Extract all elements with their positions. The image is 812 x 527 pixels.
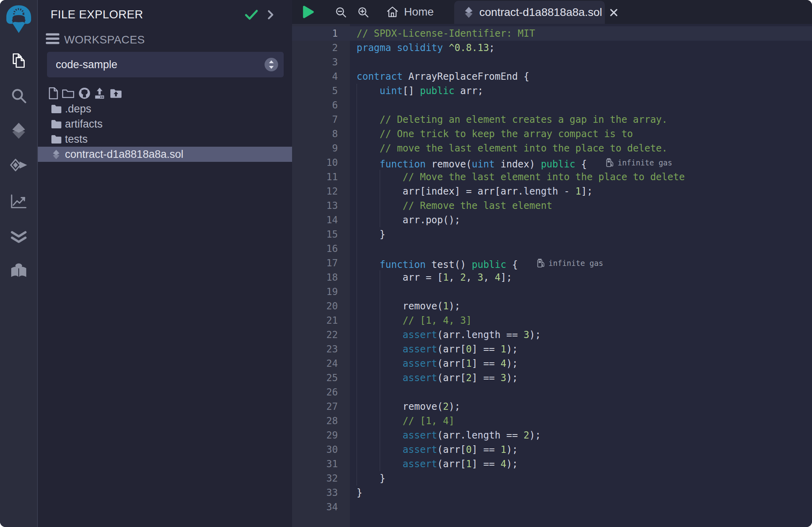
code-line-25[interactable]: assert(arr[2] == 3); bbox=[350, 371, 812, 385]
tab-contract-file[interactable]: contract-d1a8818a8a.sol bbox=[454, 1, 605, 24]
code-line-34[interactable] bbox=[350, 500, 812, 514]
code-line-28[interactable]: // [1, 4] bbox=[350, 414, 812, 428]
tab-home-label: Home bbox=[404, 6, 434, 18]
code-line-2[interactable]: pragma solidity ^0.8.13; bbox=[350, 41, 812, 55]
tree-item-label: artifacts bbox=[65, 118, 103, 130]
sidebar-deploy-run-icon[interactable] bbox=[0, 155, 37, 177]
code-line-14[interactable]: arr.pop(); bbox=[350, 213, 812, 227]
editor-tabbar: Home contract-d1a8818a8a.sol bbox=[292, 0, 812, 24]
sidebar-file-explorer-icon[interactable] bbox=[0, 49, 37, 72]
run-icon[interactable] bbox=[302, 5, 314, 20]
chevron-right-icon[interactable] bbox=[267, 10, 274, 22]
home-icon bbox=[386, 6, 399, 18]
code-editor[interactable]: 1234567891011121314151617181920212223242… bbox=[292, 24, 812, 527]
line-number: 9 bbox=[292, 141, 350, 155]
file-explorer-panel: FILE EXPLORER WORKSPACES code-sample .de… bbox=[38, 0, 292, 527]
code-line-16[interactable] bbox=[350, 242, 812, 256]
tree-folder--deps[interactable]: .deps bbox=[38, 101, 292, 116]
line-number: 19 bbox=[292, 285, 350, 299]
code-line-18[interactable]: arr = [1, 2, 3, 4]; bbox=[350, 270, 812, 285]
line-number: 13 bbox=[292, 199, 350, 213]
code-line-5[interactable]: uint[] public arr; bbox=[350, 84, 812, 98]
code-line-33[interactable]: } bbox=[350, 486, 812, 500]
code-line-9[interactable]: // move the last element into the place … bbox=[350, 141, 812, 155]
code-line-19[interactable] bbox=[350, 285, 812, 299]
github-icon[interactable] bbox=[78, 87, 91, 100]
zoom-out-icon[interactable] bbox=[335, 6, 347, 20]
workspaces-label: WORKSPACES bbox=[64, 33, 145, 46]
sidebar-solidity-compiler-icon[interactable] bbox=[0, 120, 37, 142]
new-file-icon[interactable] bbox=[49, 87, 59, 100]
line-number: 24 bbox=[292, 356, 350, 371]
line-number: 18 bbox=[292, 270, 350, 285]
line-number: 5 bbox=[292, 84, 350, 98]
code-line-20[interactable]: remove(1); bbox=[350, 299, 812, 313]
code-line-6[interactable] bbox=[350, 98, 812, 112]
code-line-3[interactable] bbox=[350, 55, 812, 69]
code-area[interactable]: // SPDX-License-Identifier: MITpragma so… bbox=[350, 24, 812, 527]
line-number: 29 bbox=[292, 428, 350, 442]
remix-logo[interactable] bbox=[4, 3, 33, 35]
sidebar-statistics-icon[interactable] bbox=[0, 190, 37, 212]
new-folder-icon[interactable] bbox=[62, 88, 75, 99]
line-number: 10 bbox=[292, 155, 350, 170]
tab-home[interactable]: Home bbox=[379, 0, 441, 24]
tree-folder-tests[interactable]: tests bbox=[38, 132, 292, 147]
folder-icon bbox=[50, 135, 63, 144]
sidebar-unit-testing-icon[interactable] bbox=[0, 225, 37, 247]
code-line-10[interactable]: function remove(uint index) public {infi… bbox=[350, 155, 812, 170]
code-line-13[interactable]: // Remove the last element bbox=[350, 199, 812, 213]
file-explorer-toolbar bbox=[38, 85, 292, 101]
indent-guide bbox=[380, 270, 380, 471]
code-line-8[interactable]: // One trick to keep the array compact i… bbox=[350, 127, 812, 141]
workspace-select-value: code-sample bbox=[56, 59, 118, 71]
line-number: 1 bbox=[292, 26, 350, 41]
line-number: 14 bbox=[292, 213, 350, 227]
sidebar-search-icon[interactable] bbox=[0, 85, 37, 107]
line-number: 26 bbox=[292, 385, 350, 399]
editor: Home contract-d1a8818a8a.sol 12345678910… bbox=[292, 0, 812, 527]
accept-check-icon[interactable] bbox=[244, 9, 259, 22]
close-icon[interactable] bbox=[609, 8, 618, 17]
code-line-24[interactable]: assert(arr[1] == 4); bbox=[350, 356, 812, 371]
line-number: 17 bbox=[292, 256, 350, 270]
select-spinner-icon[interactable] bbox=[264, 57, 279, 73]
tree-file-contract-d1a8818a8a-sol[interactable]: contract-d1a8818a8a.sol bbox=[38, 147, 292, 162]
code-line-29[interactable]: assert(arr.length == 2); bbox=[350, 428, 812, 442]
code-line-4[interactable]: contract ArrayReplaceFromEnd { bbox=[350, 69, 812, 84]
code-line-26[interactable] bbox=[350, 385, 812, 399]
code-line-27[interactable]: remove(2); bbox=[350, 399, 812, 414]
code-line-22[interactable]: assert(arr.length == 3); bbox=[350, 328, 812, 342]
code-line-15[interactable]: } bbox=[350, 227, 812, 242]
solidity-file-icon bbox=[465, 6, 473, 18]
code-line-11[interactable]: // Move the last element into the place … bbox=[350, 170, 812, 184]
solidity-file-icon bbox=[50, 149, 63, 160]
zoom-in-icon[interactable] bbox=[357, 6, 369, 20]
code-line-30[interactable]: assert(arr[0] == 1); bbox=[350, 442, 812, 457]
code-line-1[interactable]: // SPDX-License-Identifier: MIT bbox=[350, 26, 812, 41]
sidebar-plugin-manager-icon[interactable] bbox=[0, 259, 37, 281]
tree-item-label: tests bbox=[65, 133, 88, 146]
code-line-7[interactable]: // Deleting an element creates a gap in … bbox=[350, 112, 812, 127]
workspace-select[interactable]: code-sample bbox=[47, 52, 284, 77]
line-number: 16 bbox=[292, 242, 350, 256]
code-line-32[interactable]: } bbox=[350, 471, 812, 486]
upload-folder-icon[interactable] bbox=[110, 88, 122, 98]
file-tree: .depsartifactstestscontract-d1a8818a8a.s… bbox=[38, 101, 292, 162]
gas-estimate-badge: infinite gas bbox=[537, 256, 603, 270]
line-number: 20 bbox=[292, 299, 350, 313]
code-line-23[interactable]: assert(arr[0] == 1); bbox=[350, 342, 812, 356]
code-line-31[interactable]: assert(arr[1] == 4); bbox=[350, 457, 812, 471]
upload-file-icon[interactable] bbox=[94, 88, 105, 99]
hamburger-menu-icon[interactable] bbox=[46, 33, 59, 46]
tree-folder-artifacts[interactable]: artifacts bbox=[38, 116, 292, 132]
line-number: 3 bbox=[292, 55, 350, 69]
line-number: 32 bbox=[292, 471, 350, 486]
code-line-12[interactable]: arr[index] = arr[arr.length - 1]; bbox=[350, 184, 812, 199]
code-line-17[interactable]: function test() public {infinite gas bbox=[350, 256, 812, 270]
code-line-21[interactable]: // [1, 4, 3] bbox=[350, 313, 812, 328]
panel-title: FILE EXPLORER bbox=[51, 8, 143, 21]
indent-guide bbox=[380, 170, 380, 227]
line-number: 22 bbox=[292, 328, 350, 342]
gas-pump-icon bbox=[537, 259, 545, 268]
